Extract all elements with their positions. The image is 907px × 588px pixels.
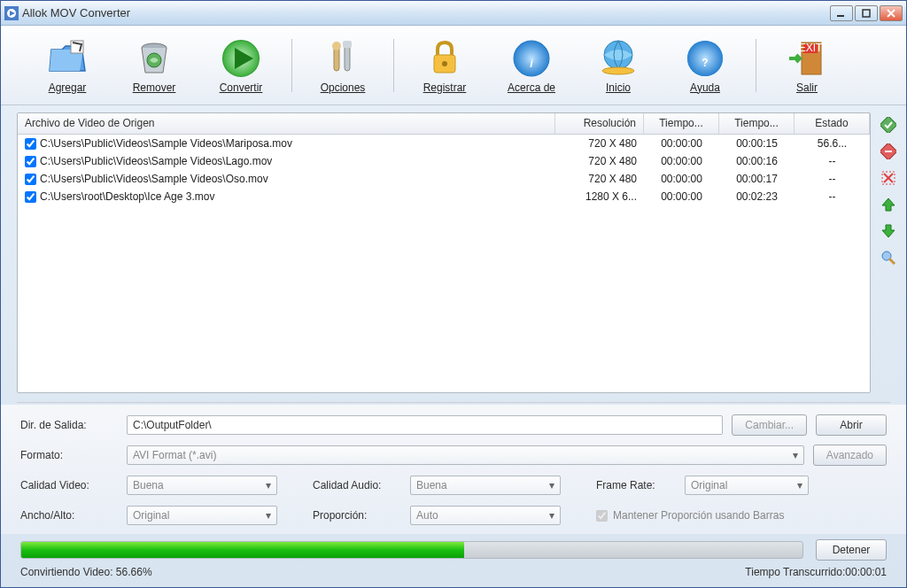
cell-res: 720 X 480 [555,135,644,151]
cell-t2: 00:00:15 [719,135,795,151]
svg-marker-35 [882,198,895,211]
wh-select[interactable]: Original [127,506,277,525]
move-down-button[interactable] [880,222,897,240]
table-body: C:\Users\Public\Videos\Sample Videos\Mar… [18,135,870,205]
window-title: Allok MOV Converter [22,6,830,19]
vq-select[interactable]: Buena [127,476,277,495]
progress-bar [20,541,803,559]
cell-status: -- [795,171,870,187]
divider [17,402,890,403]
cell-t1: 00:00:00 [644,171,719,187]
svg-point-23 [602,67,634,74]
fr-select[interactable]: Original [685,476,809,495]
change-button[interactable]: Cambiar... [732,414,807,436]
cell-t1: 00:00:00 [644,153,719,169]
advanced-button[interactable]: Avanzado [813,445,887,466]
register-button[interactable]: Registrar [405,37,485,94]
remove-selected-button[interactable] [880,169,897,187]
close-button[interactable] [880,5,903,21]
file-table: Archivo de Video de Origen Resolución Ti… [17,112,871,393]
app-window: Allok MOV Converter Agregar Remover Conv… [0,0,907,588]
move-up-button[interactable] [880,196,897,213]
aq-select[interactable]: Buena [410,476,561,495]
select-all-button[interactable] [880,116,897,134]
table-row[interactable]: C:\Users\Public\Videos\Sample Videos\Oso… [18,170,870,188]
stop-button[interactable]: Detener [816,539,887,561]
info-icon: i [510,37,553,80]
convert-button[interactable]: Convertir [201,37,281,94]
help-label: Ayuda [690,81,720,94]
table-row[interactable]: C:\Users\Public\Videos\Sample Videos\Lag… [18,152,870,170]
svg-rect-3 [837,15,844,17]
cell-path: C:\Users\root\Desktop\Ice Age 3.mov [40,190,214,203]
cell-path: C:\Users\Public\Videos\Sample Videos\Lag… [40,155,272,167]
cell-status: -- [795,153,870,169]
svg-line-38 [889,259,895,264]
home-button[interactable]: Inicio [578,37,658,94]
row-checkbox[interactable] [25,191,36,203]
about-button[interactable]: i Acerca de [492,37,571,94]
th-time1[interactable]: Tiempo... [644,113,719,134]
row-checkbox[interactable] [25,138,36,150]
aq-label: Calidad Audio: [313,479,401,491]
titlebar: Allok MOV Converter [1,1,906,26]
options-button[interactable]: Opciones [303,37,383,94]
convert-label: Convertir [220,81,263,94]
options-label: Opciones [321,81,366,94]
table-row[interactable]: C:\Users\root\Desktop\Ice Age 3.mov 1280… [18,188,870,205]
format-label: Formato: [20,449,118,461]
lock-icon [423,37,466,80]
row-checkbox[interactable] [25,156,36,167]
register-label: Registrar [423,81,467,94]
minimize-button[interactable] [830,5,853,21]
add-button[interactable]: Agregar [27,37,107,94]
format-select[interactable]: AVI Format (*.avi) [127,445,804,465]
tools-icon [322,37,364,80]
th-source[interactable]: Archivo de Video de Origen [18,113,555,134]
cell-res: 720 X 480 [555,171,644,187]
row-checkbox[interactable] [25,174,36,185]
vq-label: Calidad Video: [20,479,118,491]
th-resolution[interactable]: Resolución [555,113,644,134]
keepbars-checkbox[interactable]: Mantener Proporción usando Barras [596,509,784,522]
th-status[interactable]: Estado [795,113,870,134]
separator [756,39,756,92]
play-icon [220,37,262,80]
svg-rect-4 [863,10,870,17]
svg-point-15 [332,42,341,50]
cell-res: 720 X 480 [555,153,644,169]
cell-status: -- [795,189,870,205]
keepbars-input[interactable] [596,510,608,522]
help-button[interactable]: ? Ayuda [665,37,745,94]
progress-fill [21,542,464,558]
th-time2[interactable]: Tiempo... [719,113,795,134]
outdir-label: Dir. de Salida: [20,419,118,431]
fr-label: Frame Rate: [596,479,676,491]
status-left: Convirtiendo Video: 56.66% [20,566,745,578]
exit-button[interactable]: EXIT Salir [767,37,847,94]
cell-path: C:\Users\Public\Videos\Sample Videos\Oso… [40,173,268,185]
add-label: Agregar [49,81,87,94]
separator [393,39,394,92]
open-button[interactable]: Abrir [816,414,887,436]
exit-door-icon: EXIT [786,37,828,80]
deselect-button[interactable] [880,143,897,160]
window-controls [830,5,903,21]
progress-row: Detener [1,534,906,566]
svg-point-18 [442,61,447,66]
svg-rect-30 [880,117,896,133]
properties-button[interactable] [880,249,897,267]
outdir-input[interactable] [127,415,723,435]
globe-icon [597,37,640,80]
cell-path: C:\Users\Public\Videos\Sample Videos\Mar… [40,137,292,150]
wh-label: Ancho/Alto: [20,509,118,522]
cell-t2: 00:00:17 [719,171,795,187]
maximize-button[interactable] [855,5,878,21]
remove-label: Remover [133,81,176,94]
prop-select[interactable]: Auto [410,506,561,525]
remove-button[interactable]: Remover [114,37,194,94]
about-label: Acerca de [508,81,555,94]
table-row[interactable]: C:\Users\Public\Videos\Sample Videos\Mar… [18,135,870,152]
content-area: Archivo de Video de Origen Resolución Ti… [1,105,906,400]
svg-text:?: ? [702,57,708,69]
